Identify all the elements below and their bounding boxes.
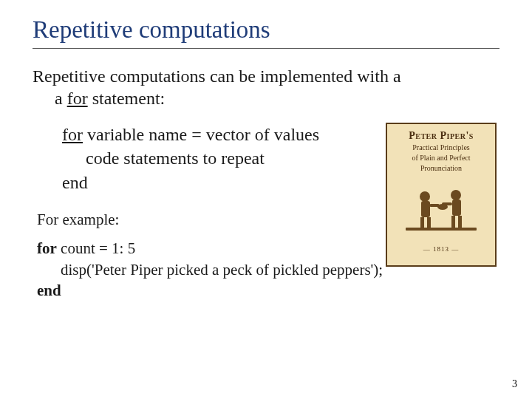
figure-subtitle-2: of Plain and Perfect	[387, 154, 495, 163]
syntax-end-keyword: end	[33, 171, 321, 194]
svg-rect-8	[451, 216, 455, 229]
figure-subtitle-3: Pronunciation	[387, 164, 495, 173]
syntax-body-line: code statements to repeat	[33, 146, 321, 170]
svg-point-11	[437, 204, 448, 210]
intro-keyword-for: for	[67, 89, 88, 108]
svg-point-1	[420, 191, 430, 202]
svg-rect-4	[427, 217, 431, 229]
intro-text-indent: a	[55, 89, 67, 108]
svg-rect-9	[458, 216, 462, 229]
book-cover-figure: Peter Piper's Practical Principles of Pl…	[386, 123, 497, 267]
slide-title: Repetitive computations	[33, 16, 499, 44]
svg-rect-3	[420, 217, 424, 229]
slide: Repetitive computations Repetitive compu…	[0, 0, 532, 399]
svg-point-6	[451, 190, 461, 200]
figure-year: — 1813 —	[387, 245, 495, 253]
page-number: 3	[512, 378, 517, 390]
title-underline	[33, 48, 499, 49]
code-line1-rest: count = 1: 5	[57, 239, 135, 257]
code-for-keyword: for	[37, 239, 57, 257]
figure-title: Peter Piper's	[387, 130, 495, 142]
intro-paragraph: Repetitive computations can be implement…	[33, 65, 499, 109]
svg-rect-7	[452, 200, 461, 216]
syntax-line1-rest: variable name = vector of values	[83, 125, 319, 144]
syntax-template: for variable name = vector of values cod…	[33, 123, 321, 194]
svg-rect-2	[421, 201, 430, 217]
intro-text-post: statement:	[88, 89, 166, 108]
figure-subtitle-1: Practical Principles	[387, 143, 495, 152]
syntax-for-keyword: for	[62, 125, 83, 144]
code-end-keyword: end	[37, 282, 61, 299]
intro-text-pre: Repetitive computations can be implement…	[33, 66, 401, 86]
figure-illustration	[387, 177, 495, 244]
svg-rect-0	[406, 228, 477, 231]
